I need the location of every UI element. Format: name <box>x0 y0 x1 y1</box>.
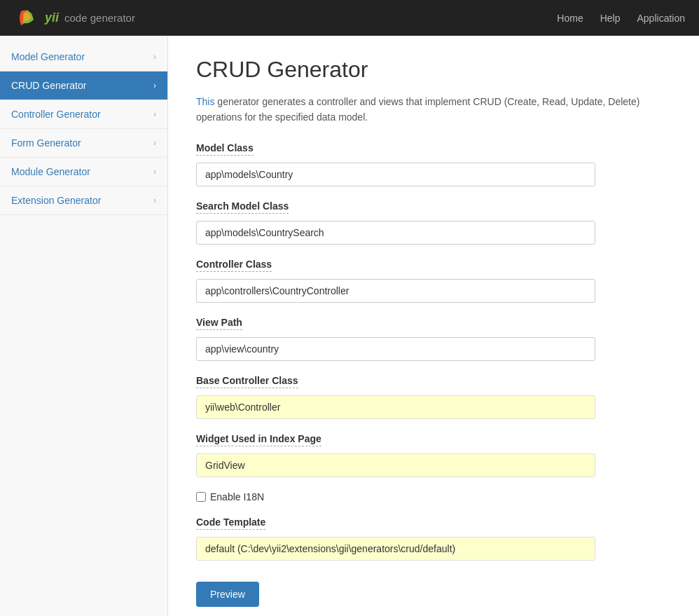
code-template-value: default (C:\dev\yii2\extensions\gii\gene… <box>196 537 595 561</box>
view-path-input[interactable] <box>196 337 595 361</box>
sidebar-item-label: Module Generator <box>11 166 90 177</box>
chevron-right-icon: › <box>153 81 156 90</box>
sidebar-item-label: Extension Generator <box>11 195 101 206</box>
controller-class-label: Controller Class <box>196 259 272 272</box>
search-model-class-input[interactable] <box>196 221 595 245</box>
form-group-controller-class: Controller Class <box>196 259 671 303</box>
chevron-right-icon: › <box>153 138 156 148</box>
controller-class-input[interactable] <box>196 279 595 303</box>
sidebar-item-crud-generator[interactable]: CRUD Generator › <box>0 71 167 100</box>
nav-help[interactable]: Help <box>600 13 621 24</box>
main-content: CRUD Generator This generator generates … <box>168 36 699 616</box>
sidebar-item-extension-generator[interactable]: Extension Generator › <box>0 186 167 215</box>
sidebar: Model Generator › CRUD Generator › Contr… <box>0 36 168 616</box>
chevron-right-icon: › <box>153 167 156 177</box>
logo-subtext: code generator <box>64 12 135 24</box>
logo: yii code generator <box>14 6 135 31</box>
sidebar-item-label: Controller Generator <box>11 109 101 120</box>
code-template-label: Code Template <box>196 516 265 530</box>
nav-home[interactable]: Home <box>557 13 583 24</box>
enable-i18n-label: Enable I18N <box>210 491 264 502</box>
chevron-right-icon: › <box>153 52 156 62</box>
sidebar-item-form-generator[interactable]: Form Generator › <box>0 129 167 158</box>
header: yii code generator Home Help Application <box>0 0 699 36</box>
search-model-class-label: Search Model Class <box>196 200 289 214</box>
sidebar-item-model-generator[interactable]: Model Generator › <box>0 43 167 71</box>
header-nav: Home Help Application <box>557 13 685 24</box>
form-group-enable-i18n: Enable I18N <box>196 491 671 502</box>
nav-application[interactable]: Application <box>637 13 686 24</box>
form-group-model-class: Model Class <box>196 142 671 186</box>
sidebar-item-module-generator[interactable]: Module Generator › <box>0 158 167 186</box>
chevron-right-icon: › <box>153 109 156 119</box>
logo-text: yii <box>45 11 59 25</box>
view-path-label: View Path <box>196 317 242 330</box>
chevron-right-icon: › <box>153 196 156 205</box>
main-layout: Model Generator › CRUD Generator › Contr… <box>0 36 699 616</box>
form-group-widget-used: Widget Used in Index Page GridView <box>196 433 671 477</box>
preview-button[interactable]: Preview <box>196 582 259 607</box>
sidebar-item-controller-generator[interactable]: Controller Generator › <box>0 100 167 129</box>
widget-used-label: Widget Used in Index Page <box>196 433 321 446</box>
yii-logo-icon <box>14 6 39 31</box>
model-class-input[interactable] <box>196 163 595 186</box>
enable-i18n-checkbox[interactable] <box>196 492 206 502</box>
description-link[interactable]: This <box>196 96 214 107</box>
sidebar-item-label: Form Generator <box>11 137 81 149</box>
form-group-base-controller-class: Base Controller Class yii\web\Controller <box>196 375 671 419</box>
form-group-code-template: Code Template default (C:\dev\yii2\exten… <box>196 516 671 561</box>
form-group-view-path: View Path <box>196 317 671 361</box>
page-title: CRUD Generator <box>196 57 671 83</box>
base-controller-class-label: Base Controller Class <box>196 375 298 388</box>
description-text: generator generates a controller and vie… <box>196 96 639 123</box>
form-group-search-model-class: Search Model Class <box>196 200 671 245</box>
base-controller-class-value: yii\web\Controller <box>196 395 595 419</box>
sidebar-item-label: Model Generator <box>11 51 85 62</box>
description: This generator generates a controller an… <box>196 94 671 125</box>
sidebar-item-label: CRUD Generator <box>11 80 86 91</box>
model-class-label: Model Class <box>196 142 254 156</box>
widget-used-value: GridView <box>196 453 595 477</box>
